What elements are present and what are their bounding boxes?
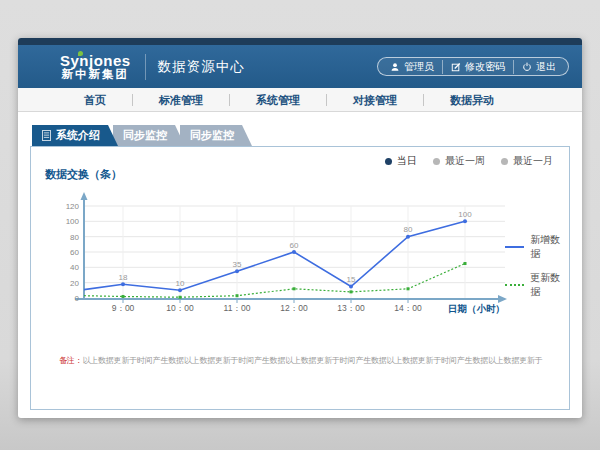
data-point	[350, 290, 353, 293]
user-bar-button[interactable]: 修改密码	[442, 60, 513, 74]
svg-text:10: 10	[176, 279, 185, 288]
svg-text:10：00: 10：00	[166, 303, 194, 313]
svg-text:80: 80	[70, 233, 79, 242]
nav-item-0[interactable]: 首页	[58, 88, 132, 112]
svg-text:20: 20	[70, 279, 79, 288]
tab-label: 同步监控	[190, 125, 234, 146]
data-point	[349, 285, 353, 289]
chart-legend: 新增数据更新数据	[505, 233, 569, 309]
period-label: 最近一月	[513, 154, 553, 168]
svg-text:18: 18	[119, 273, 128, 282]
period-label: 最近一周	[445, 154, 485, 168]
period-option-0[interactable]: 当日	[385, 154, 417, 168]
svg-text:40: 40	[70, 263, 79, 272]
data-point	[292, 250, 296, 254]
svg-text:14：00: 14：00	[394, 303, 422, 313]
tab-1[interactable]: 同步监控	[113, 125, 185, 146]
data-point	[463, 219, 467, 223]
period-options: 当日最近一周最近一月	[385, 154, 553, 168]
window-top-strip	[18, 38, 582, 45]
content-area: 系统介绍同步监控同步监控 当日最近一周最近一月 数据交换（条） 02040608…	[18, 112, 582, 410]
svg-text:100: 100	[458, 210, 472, 219]
data-point	[122, 295, 125, 298]
period-option-2[interactable]: 最近一月	[501, 154, 553, 168]
svg-text:120: 120	[66, 202, 80, 211]
radio-dot-icon	[501, 158, 508, 165]
nav-item-2[interactable]: 系统管理	[230, 88, 326, 112]
document-icon	[42, 130, 51, 141]
legend-swatch-icon	[505, 246, 524, 248]
svg-text:9：00: 9：00	[112, 303, 135, 313]
user-bar-label: 修改密码	[465, 60, 505, 74]
footnote: 备注：以上数据更新于时间产生数据以上数据更新于时间产生数据以上数据更新于时间产生…	[59, 355, 559, 366]
app-title: 数据资源中心	[158, 58, 245, 76]
tab-label: 系统介绍	[56, 125, 100, 146]
tab-label: 同步监控	[123, 125, 167, 146]
svg-text:0: 0	[75, 294, 80, 303]
footnote-prefix: 备注：	[59, 356, 82, 365]
data-point	[406, 235, 410, 239]
data-point	[293, 287, 296, 290]
power-icon	[522, 62, 532, 72]
nav-item-3[interactable]: 对接管理	[327, 88, 423, 112]
logo-subtitle: 新中新集团	[60, 68, 131, 80]
svg-text:80: 80	[404, 225, 413, 234]
user-bar-button[interactable]: 管理员	[382, 60, 442, 74]
data-point	[121, 282, 125, 286]
svg-text:100: 100	[66, 217, 80, 226]
logo-text: Synjones	[60, 53, 131, 69]
svg-text:60: 60	[70, 248, 79, 257]
legend-label: 新增数据	[530, 233, 569, 261]
app-header: Synjones 新中新集团 数据资源中心 管理员修改密码退出	[18, 45, 582, 88]
tab-bar: 系统介绍同步监控同步监控	[32, 125, 570, 146]
radio-dot-icon	[385, 158, 392, 165]
logo-leaf-icon	[78, 51, 83, 56]
radio-dot-icon	[433, 158, 440, 165]
data-point	[235, 269, 239, 273]
tab-2[interactable]: 同步监控	[180, 125, 252, 146]
nav-item-1[interactable]: 标准管理	[133, 88, 229, 112]
desktop-background: Synjones 新中新集团 数据资源中心 管理员修改密码退出 首页标准管理系统…	[0, 0, 600, 450]
edit-icon	[451, 62, 461, 72]
nav-item-4[interactable]: 数据异动	[424, 88, 520, 112]
data-point	[464, 262, 467, 265]
line-chart: 0204060801001209：0010：0011：0012：0013：001…	[53, 183, 523, 335]
user-icon	[390, 62, 400, 72]
chart-panel: 当日最近一周最近一月 数据交换（条） 0204060801001209：0010…	[30, 146, 570, 410]
svg-text:60: 60	[290, 241, 299, 250]
svg-text:日期（小时）: 日期（小时）	[448, 303, 505, 315]
period-option-1[interactable]: 最近一周	[433, 154, 485, 168]
y-axis-title: 数据交换（条）	[45, 167, 122, 182]
user-bar-button[interactable]: 退出	[513, 60, 564, 74]
tab-0[interactable]: 系统介绍	[32, 125, 118, 146]
app-window: Synjones 新中新集团 数据资源中心 管理员修改密码退出 首页标准管理系统…	[18, 38, 582, 418]
data-point	[236, 294, 239, 297]
data-point	[407, 287, 410, 290]
legend-swatch-icon	[505, 284, 524, 286]
svg-text:15: 15	[347, 275, 356, 284]
header-divider	[145, 54, 146, 80]
legend-label: 更新数据	[530, 271, 569, 299]
data-point	[178, 288, 182, 292]
svg-text:35: 35	[233, 260, 242, 269]
footnote-text: 以上数据更新于时间产生数据以上数据更新于时间产生数据以上数据更新于时间产生数据以…	[82, 356, 542, 365]
data-point	[179, 296, 182, 299]
user-bar: 管理员修改密码退出	[377, 57, 569, 76]
legend-item-0[interactable]: 新增数据	[505, 233, 569, 261]
svg-text:13：00: 13：00	[337, 303, 365, 313]
svg-text:12：00: 12：00	[280, 303, 308, 313]
svg-text:11：00: 11：00	[224, 303, 251, 313]
main-nav: 首页标准管理系统管理对接管理数据异动	[18, 88, 582, 112]
legend-item-1[interactable]: 更新数据	[505, 271, 569, 299]
brand-logo: Synjones 新中新集团	[60, 53, 131, 81]
user-bar-label: 管理员	[404, 60, 434, 74]
user-bar-label: 退出	[536, 60, 556, 74]
period-label: 当日	[397, 154, 417, 168]
